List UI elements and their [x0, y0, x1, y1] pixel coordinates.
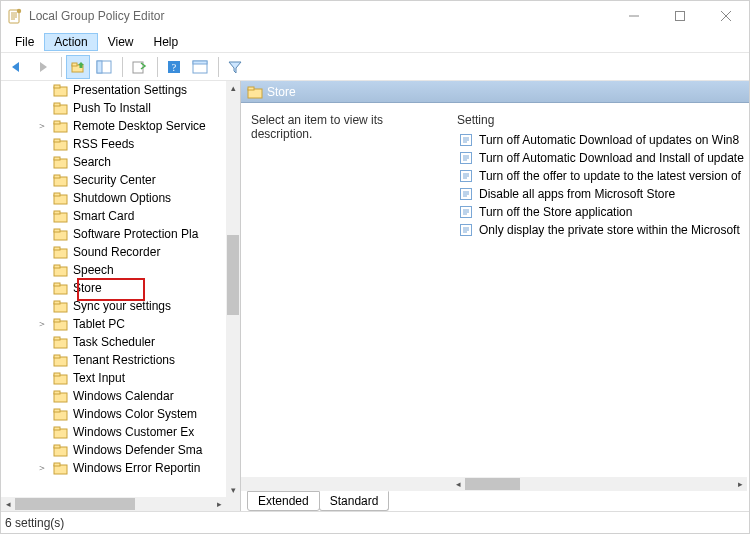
tree-item[interactable]: Security Center: [1, 171, 226, 189]
close-button[interactable]: [703, 1, 749, 31]
settings-column-header[interactable]: Setting: [451, 109, 749, 131]
setting-label: Only display the private store within th…: [479, 223, 740, 237]
help-button[interactable]: ?: [162, 55, 186, 79]
scroll-right-icon[interactable]: ▸: [733, 477, 747, 491]
tree-item[interactable]: Windows Calendar: [1, 387, 226, 405]
chevron-right-icon[interactable]: ＞: [37, 119, 49, 133]
tree-item[interactable]: Push To Install: [1, 99, 226, 117]
policy-icon: [459, 223, 473, 237]
tree-item[interactable]: Store: [1, 279, 226, 297]
tree-item-label: Windows Defender Sma: [73, 443, 202, 457]
tree-item-label: Search: [73, 155, 111, 169]
forward-button[interactable]: [31, 55, 55, 79]
tree-item-label: Sync your settings: [73, 299, 171, 313]
maximize-button[interactable]: [657, 1, 703, 31]
tab-standard[interactable]: Standard: [319, 491, 390, 511]
tree-content[interactable]: Presentation SettingsPush To Install＞Rem…: [1, 81, 226, 497]
show-hide-tree-button[interactable]: [92, 55, 116, 79]
tree-item[interactable]: ＞Windows Error Reportin: [1, 459, 226, 477]
scroll-up-icon[interactable]: ▴: [226, 81, 240, 95]
tree-item[interactable]: Windows Color System: [1, 405, 226, 423]
setting-label: Disable all apps from Microsoft Store: [479, 187, 675, 201]
setting-item[interactable]: Turn off Automatic Download of updates o…: [451, 131, 749, 149]
minimize-button[interactable]: [611, 1, 657, 31]
folder-icon: [53, 299, 69, 313]
menu-file[interactable]: File: [5, 33, 44, 51]
details-horizontal-scrollbar[interactable]: ◂ ▸: [241, 477, 747, 491]
svg-rect-38: [54, 283, 60, 286]
back-button[interactable]: [5, 55, 29, 79]
menu-help[interactable]: Help: [144, 33, 189, 51]
toolbar-separator: [61, 57, 62, 77]
tree-item[interactable]: Presentation Settings: [1, 81, 226, 99]
tree-item[interactable]: Speech: [1, 261, 226, 279]
tab-extended[interactable]: Extended: [247, 491, 320, 511]
folder-icon: [53, 263, 69, 277]
scroll-right-icon[interactable]: ▸: [212, 497, 226, 511]
tree-item-label: Security Center: [73, 173, 156, 187]
tree-vertical-scrollbar[interactable]: ▴ ▾: [226, 81, 240, 497]
svg-rect-44: [54, 337, 60, 340]
tree-item[interactable]: Windows Customer Ex: [1, 423, 226, 441]
svg-rect-42: [54, 319, 60, 322]
folder-icon: [53, 155, 69, 169]
tree-item[interactable]: Windows Defender Sma: [1, 441, 226, 459]
setting-item[interactable]: Turn off the offer to update to the late…: [451, 167, 749, 185]
tree-item[interactable]: RSS Feeds: [1, 135, 226, 153]
setting-item[interactable]: Disable all apps from Microsoft Store: [451, 185, 749, 203]
properties-button[interactable]: [188, 55, 212, 79]
menubar: File Action View Help: [1, 31, 749, 53]
tree-item[interactable]: ＞Tablet PC: [1, 315, 226, 333]
scroll-down-icon[interactable]: ▾: [226, 483, 240, 497]
status-text: 6 setting(s): [5, 516, 64, 530]
setting-item[interactable]: Only display the private store within th…: [451, 221, 749, 239]
tree-item[interactable]: ＞Remote Desktop Service: [1, 117, 226, 135]
details-pane: Store Select an item to view its descrip…: [241, 81, 749, 511]
setting-item[interactable]: Turn off the Store application: [451, 203, 749, 221]
scroll-thumb[interactable]: [15, 498, 135, 510]
tree-item[interactable]: Software Protection Pla: [1, 225, 226, 243]
menu-action[interactable]: Action: [44, 33, 97, 51]
tree-item-label: Tenant Restrictions: [73, 353, 175, 367]
details-tabs: Extended Standard: [241, 491, 749, 511]
titlebar: Local Group Policy Editor: [1, 1, 749, 31]
filter-button[interactable]: [223, 55, 247, 79]
folder-icon: [53, 281, 69, 295]
tree-item[interactable]: Task Scheduler: [1, 333, 226, 351]
tree-item-label: RSS Feeds: [73, 137, 134, 151]
tree-item[interactable]: Text Input: [1, 369, 226, 387]
setting-item[interactable]: Turn off Automatic Download and Install …: [451, 149, 749, 167]
scroll-thumb[interactable]: [465, 478, 520, 490]
up-button[interactable]: [66, 55, 90, 79]
tree-item-label: Task Scheduler: [73, 335, 155, 349]
export-button[interactable]: [127, 55, 151, 79]
policy-icon: [459, 169, 473, 183]
toolbar-separator: [122, 57, 123, 77]
tree-item[interactable]: Tenant Restrictions: [1, 351, 226, 369]
svg-rect-46: [54, 355, 60, 358]
svg-rect-26: [54, 175, 60, 178]
tree-item[interactable]: Sound Recorder: [1, 243, 226, 261]
tree-item-label: Presentation Settings: [73, 83, 187, 97]
scroll-left-icon[interactable]: ◂: [451, 477, 465, 491]
folder-icon: [53, 227, 69, 241]
scroll-thumb[interactable]: [227, 235, 239, 315]
settings-list: Turn off Automatic Download of updates o…: [451, 131, 749, 239]
folder-icon: [53, 461, 69, 475]
folder-icon: [53, 389, 69, 403]
tree-item-label: Smart Card: [73, 209, 134, 223]
tree-item[interactable]: Sync your settings: [1, 297, 226, 315]
scroll-left-icon[interactable]: ◂: [1, 497, 15, 511]
chevron-right-icon[interactable]: ＞: [37, 461, 49, 475]
tree-item[interactable]: Shutdown Options: [1, 189, 226, 207]
tree-item[interactable]: Smart Card: [1, 207, 226, 225]
chevron-right-icon[interactable]: ＞: [37, 317, 49, 331]
tree-item[interactable]: Search: [1, 153, 226, 171]
menu-view[interactable]: View: [98, 33, 144, 51]
svg-rect-50: [54, 391, 60, 394]
svg-rect-14: [193, 61, 207, 64]
setting-label: Turn off Automatic Download of updates o…: [479, 133, 739, 147]
policy-icon: [459, 133, 473, 147]
folder-icon: [53, 245, 69, 259]
tree-horizontal-scrollbar[interactable]: ◂ ▸: [1, 497, 226, 511]
